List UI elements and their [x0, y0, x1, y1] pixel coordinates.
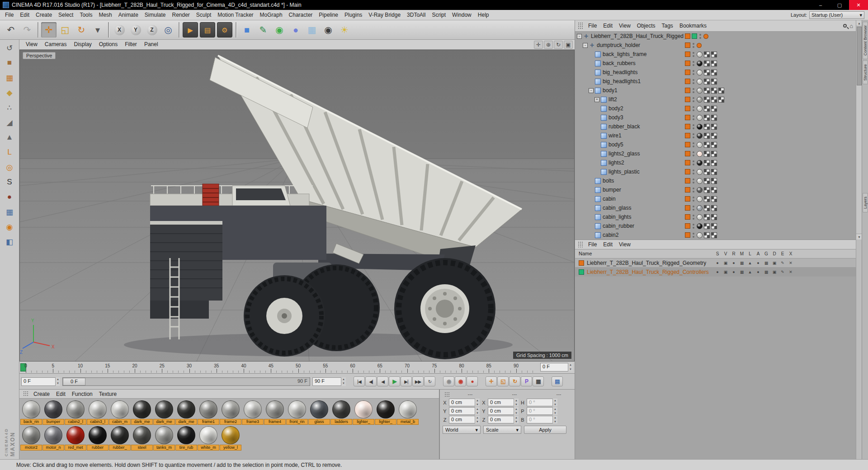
spin-up-icon[interactable]: ▲	[514, 399, 519, 403]
visibility-dots-icon[interactable]	[693, 97, 694, 102]
expander-icon[interactable]: -	[577, 34, 582, 39]
layer-tag-icon[interactable]	[692, 33, 697, 39]
menu-motion-tracker[interactable]: Motion Tracker	[214, 10, 256, 20]
material-sphere-icon[interactable]	[697, 124, 703, 130]
layer-color-swatch[interactable]	[579, 260, 584, 266]
material-sphere-icon[interactable]	[697, 133, 703, 139]
object-row[interactable]: -lights_plastic	[575, 167, 856, 176]
object-menu-edit[interactable]: Edit	[600, 20, 616, 31]
visibility-dots-icon[interactable]	[693, 160, 694, 165]
material-item[interactable]: cabin3_l	[87, 400, 108, 425]
lock-icon[interactable]: ▲	[746, 268, 754, 276]
visibility-dot[interactable]	[693, 127, 694, 129]
material-item[interactable]: dark_me	[131, 400, 153, 425]
visibility-dots-icon[interactable]	[693, 52, 694, 57]
visibility-dot[interactable]	[693, 43, 694, 45]
object-row[interactable]: -rubber_black	[575, 122, 856, 131]
render-icon[interactable]: ●	[730, 268, 738, 276]
spinner-arrows[interactable]: ▲▼	[514, 416, 519, 423]
layer-tag-icon[interactable]	[685, 97, 690, 102]
material-sphere-icon[interactable]	[697, 214, 703, 220]
menu-simulate[interactable]: Simulate	[142, 10, 169, 20]
visibility-dot[interactable]	[699, 34, 701, 36]
spin-down-icon[interactable]: ▼	[568, 367, 573, 372]
visibility-dots-icon[interactable]	[693, 142, 694, 147]
texture-tag-icon[interactable]	[718, 97, 724, 103]
visibility-dot[interactable]	[693, 73, 694, 75]
coord-field-size[interactable]: 0 cm▲▼	[488, 416, 519, 423]
material-sphere-icon[interactable]	[697, 97, 703, 103]
object-row[interactable]: -bolts	[575, 176, 856, 185]
object-row[interactable]: -big_headlights1	[575, 77, 856, 86]
texture-tag-icon[interactable]	[711, 79, 717, 85]
layer-tag-icon[interactable]	[685, 42, 690, 48]
spin-down-icon[interactable]: ▼	[514, 420, 519, 424]
layer-tag-icon[interactable]	[685, 169, 690, 174]
spin-up-icon[interactable]: ▲	[475, 399, 480, 403]
layer-menu-edit[interactable]: Edit	[600, 240, 616, 249]
visibility-dots-icon[interactable]	[693, 88, 694, 93]
close-button[interactable]: ✕	[849, 0, 868, 10]
object-row[interactable]: -body5	[575, 140, 856, 149]
object-row[interactable]: -lights2_glass	[575, 149, 856, 158]
expressions-icon[interactable]: ✎	[778, 268, 787, 276]
texture-tag-icon[interactable]	[704, 52, 710, 57]
layer-menu-view[interactable]: View	[616, 240, 634, 249]
texture-tag-icon[interactable]	[704, 97, 710, 103]
viewport-menu-filter[interactable]: Filter	[121, 40, 141, 49]
coord-field-size[interactable]: 0 cm▲▼	[488, 399, 519, 406]
spin-up-icon[interactable]: ▲	[56, 377, 60, 382]
texture-tag-icon[interactable]	[704, 61, 710, 66]
visibility-dot[interactable]	[693, 169, 694, 171]
material-item[interactable]: ladders	[330, 400, 352, 425]
visibility-dot[interactable]	[693, 146, 694, 147]
texture-tag-icon[interactable]	[704, 151, 710, 157]
texture-tag-icon[interactable]	[704, 88, 710, 94]
texture-tag-icon[interactable]	[718, 88, 724, 94]
timeline-slider[interactable]: 0 F 90 F	[62, 377, 310, 386]
next-frame-button[interactable]: ▶|	[401, 376, 412, 386]
expressions-icon[interactable]: ✎	[778, 258, 787, 267]
layer-row[interactable]: Liebherr_T_282B_Haul_Truck_Rigged_Geomet…	[575, 258, 856, 268]
deformers-icon[interactable]: ▣	[770, 268, 778, 276]
layer-tag-icon[interactable]	[685, 52, 690, 57]
coord-field-size[interactable]: 0 cm▲▼	[488, 407, 519, 415]
viewport-pan-icon[interactable]: ✛	[534, 41, 543, 49]
side-tab-layers[interactable]: Layers	[863, 193, 868, 212]
visibility-dot[interactable]	[693, 200, 694, 202]
object-row[interactable]: -wire1	[575, 131, 856, 140]
slider-handle[interactable]: 0 F	[63, 378, 85, 385]
environment-button[interactable]: ▦	[304, 22, 320, 38]
visibility-dot[interactable]	[693, 79, 694, 81]
visibility-dot[interactable]	[693, 236, 694, 238]
render-picture-viewer-button[interactable]: ▤	[200, 22, 215, 38]
lock-workplane-button[interactable]: ▦	[2, 205, 17, 219]
spinner-arrows[interactable]: ▲▼	[552, 407, 557, 415]
scale-tool-button[interactable]: ◱	[57, 22, 73, 38]
menu-script[interactable]: Script	[429, 10, 449, 20]
texture-tag-icon[interactable]	[711, 106, 717, 112]
material-sphere-icon[interactable]	[697, 70, 703, 75]
object-row[interactable]: -body3	[575, 113, 856, 122]
deformer-button[interactable]: ●	[288, 22, 303, 38]
visibility-dots-icon[interactable]	[693, 188, 694, 193]
menu-pipeline[interactable]: Pipeline	[316, 10, 341, 20]
material-sphere-icon[interactable]	[697, 205, 703, 211]
viewport-menu-options[interactable]: Options	[95, 40, 121, 49]
layer-tag-icon[interactable]	[685, 115, 690, 120]
scale-dropdown[interactable]: Scale ▾	[483, 426, 521, 434]
spin-down-icon[interactable]: ▼	[514, 411, 519, 415]
texture-tag-icon[interactable]	[704, 133, 710, 139]
spinner-arrows[interactable]: ▲▼	[514, 407, 519, 415]
texture-tag-icon[interactable]	[704, 214, 710, 220]
layer-tag-icon[interactable]	[685, 187, 690, 193]
material-item[interactable]: rubber_	[109, 426, 131, 451]
deformers-icon[interactable]: ▣	[770, 258, 778, 267]
spin-up-icon[interactable]: ▲	[341, 377, 346, 382]
layer-tag-icon[interactable]	[685, 160, 690, 165]
texture-mode-button[interactable]: ▦	[2, 71, 17, 85]
material-menu-function[interactable]: Function	[69, 389, 96, 399]
visibility-dot[interactable]	[693, 91, 694, 93]
object-row[interactable]: -cabin_rubber	[575, 221, 856, 230]
material-item[interactable]: metal_b	[397, 400, 419, 425]
